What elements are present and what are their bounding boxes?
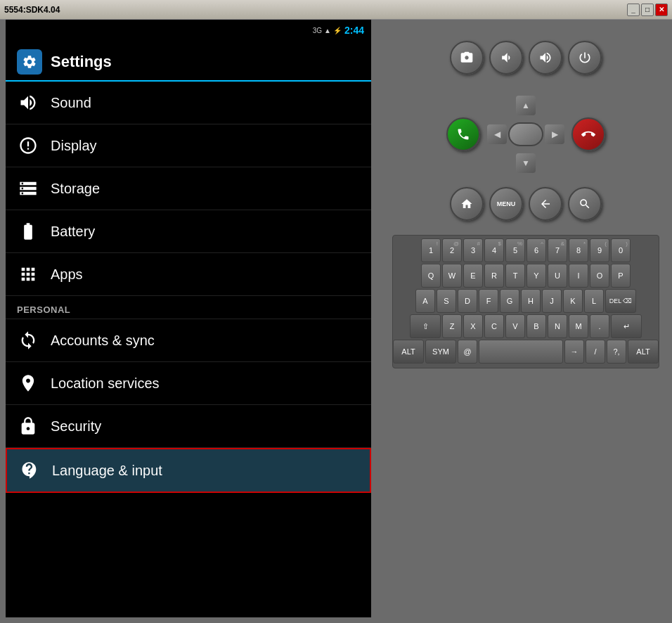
- keyboard-row-bottom: ALT SYM @ → / ?, ALT: [396, 340, 656, 364]
- dpad-down-button[interactable]: ▼: [516, 153, 536, 173]
- key-0[interactable]: )0: [611, 238, 631, 262]
- key-y[interactable]: Y: [526, 264, 546, 288]
- call-button[interactable]: [446, 117, 480, 151]
- key-x[interactable]: X: [463, 314, 483, 338]
- menu-item-security[interactable]: Security: [6, 405, 371, 448]
- menu-item-sound[interactable]: Sound: [6, 82, 371, 124]
- camera-button[interactable]: [450, 41, 484, 75]
- key-l[interactable]: L: [584, 289, 604, 313]
- bottom-nav-row: MENU: [450, 187, 602, 221]
- control-buttons-grid: [450, 41, 602, 75]
- key-o[interactable]: O: [590, 264, 609, 288]
- menu-item-storage[interactable]: Storage: [6, 167, 371, 210]
- close-button[interactable]: ✕: [655, 4, 668, 16]
- key-4[interactable]: $4: [484, 238, 504, 262]
- menu-item-apps[interactable]: Apps: [6, 253, 371, 296]
- settings-title: Settings: [51, 53, 112, 71]
- power-button[interactable]: [568, 41, 602, 75]
- volume-down-button[interactable]: [489, 41, 523, 75]
- status-bar: 3G ▲ ⚡ 2:44: [6, 20, 371, 41]
- key-8[interactable]: *8: [569, 238, 588, 262]
- key-c[interactable]: C: [484, 314, 504, 338]
- menu-item-language-input[interactable]: Language & input: [6, 448, 371, 493]
- key-b[interactable]: B: [526, 314, 546, 338]
- storage-label: Storage: [51, 181, 100, 197]
- apps-icon: [17, 263, 39, 285]
- accounts-sync-label: Accounts & sync: [51, 333, 155, 349]
- key-i[interactable]: I: [569, 264, 588, 288]
- sound-label: Sound: [51, 95, 91, 111]
- key-question-comma[interactable]: ?,: [607, 340, 626, 364]
- key-u[interactable]: U: [548, 264, 567, 288]
- key-arrow-right[interactable]: →: [564, 340, 584, 364]
- key-g[interactable]: G: [500, 289, 519, 313]
- key-del[interactable]: DEL ⌫: [605, 289, 636, 313]
- key-n[interactable]: N: [548, 314, 567, 338]
- personal-section-header: PERSONAL: [6, 296, 371, 319]
- key-s[interactable]: S: [437, 289, 456, 313]
- home-button[interactable]: [450, 187, 484, 221]
- key-h[interactable]: H: [521, 289, 541, 313]
- key-f[interactable]: F: [479, 289, 498, 313]
- key-w[interactable]: W: [442, 264, 462, 288]
- keyboard-row-qwerty: Q W E R T Y U I O P: [396, 264, 656, 288]
- settings-gear-icon: [22, 54, 37, 70]
- dpad-up-button[interactable]: ▲: [516, 96, 536, 115]
- key-slash[interactable]: /: [586, 340, 605, 364]
- key-d[interactable]: D: [458, 289, 477, 313]
- display-icon: [17, 134, 39, 157]
- clock: 2:44: [344, 25, 364, 36]
- key-3[interactable]: #3: [463, 238, 483, 262]
- sync-icon: [17, 329, 39, 352]
- keyboard-row-numbers: !1 @2 #3 $4 %5 ^6 &7 *8 (9 )0: [396, 238, 656, 262]
- dpad-left-button[interactable]: ◀: [487, 124, 507, 144]
- key-a[interactable]: A: [415, 289, 435, 313]
- dpad-right-button[interactable]: ▶: [545, 124, 564, 144]
- dpad-center-button[interactable]: [508, 122, 543, 146]
- key-q[interactable]: Q: [421, 264, 441, 288]
- signal-icon: 3G: [313, 27, 322, 34]
- key-e[interactable]: E: [463, 264, 483, 288]
- volume-up-button[interactable]: [529, 41, 562, 75]
- end-call-button[interactable]: [571, 117, 605, 151]
- key-7[interactable]: &7: [548, 238, 567, 262]
- language-icon: [18, 459, 41, 482]
- key-k[interactable]: K: [563, 289, 583, 313]
- battery-icon: ⚡: [333, 27, 342, 34]
- key-9[interactable]: (9: [590, 238, 609, 262]
- key-enter[interactable]: ↵: [611, 314, 642, 338]
- key-alt-left[interactable]: ALT: [393, 340, 424, 364]
- key-t[interactable]: T: [505, 264, 525, 288]
- title-bar-text: 5554:SDK4.04: [4, 5, 60, 15]
- key-j[interactable]: J: [542, 289, 562, 313]
- maximize-button[interactable]: □: [641, 4, 654, 16]
- key-p[interactable]: P: [611, 264, 631, 288]
- menu-item-battery[interactable]: Battery: [6, 210, 371, 253]
- key-z[interactable]: Z: [442, 314, 462, 338]
- menu-button[interactable]: MENU: [489, 187, 523, 221]
- key-at[interactable]: @: [458, 340, 477, 364]
- key-5[interactable]: %5: [505, 238, 525, 262]
- key-shift[interactable]: ⇧: [410, 314, 441, 338]
- key-r[interactable]: R: [484, 264, 504, 288]
- key-alt-right[interactable]: ALT: [628, 340, 659, 364]
- dpad-row: ▲ ◀ ▶ ▼: [446, 96, 605, 173]
- sound-icon: [17, 91, 39, 114]
- keyboard-row-asdf: A S D F G H J K L DEL ⌫: [396, 289, 656, 313]
- menu-item-location-services[interactable]: Location services: [6, 362, 371, 405]
- key-space[interactable]: [479, 340, 563, 364]
- key-m[interactable]: M: [569, 314, 588, 338]
- key-6[interactable]: ^6: [526, 238, 546, 262]
- key-sym[interactable]: SYM: [425, 340, 456, 364]
- minimize-button[interactable]: _: [627, 4, 640, 16]
- key-2[interactable]: @2: [442, 238, 462, 262]
- key-v[interactable]: V: [505, 314, 525, 338]
- menu-item-accounts-sync[interactable]: Accounts & sync: [6, 319, 371, 362]
- key-1[interactable]: !1: [421, 238, 441, 262]
- menu-item-display[interactable]: Display: [6, 124, 371, 167]
- search-button[interactable]: [568, 187, 602, 221]
- key-period[interactable]: .: [590, 314, 609, 338]
- settings-icon-box: [17, 49, 42, 75]
- back-button[interactable]: [529, 187, 562, 221]
- security-label: Security: [51, 418, 101, 435]
